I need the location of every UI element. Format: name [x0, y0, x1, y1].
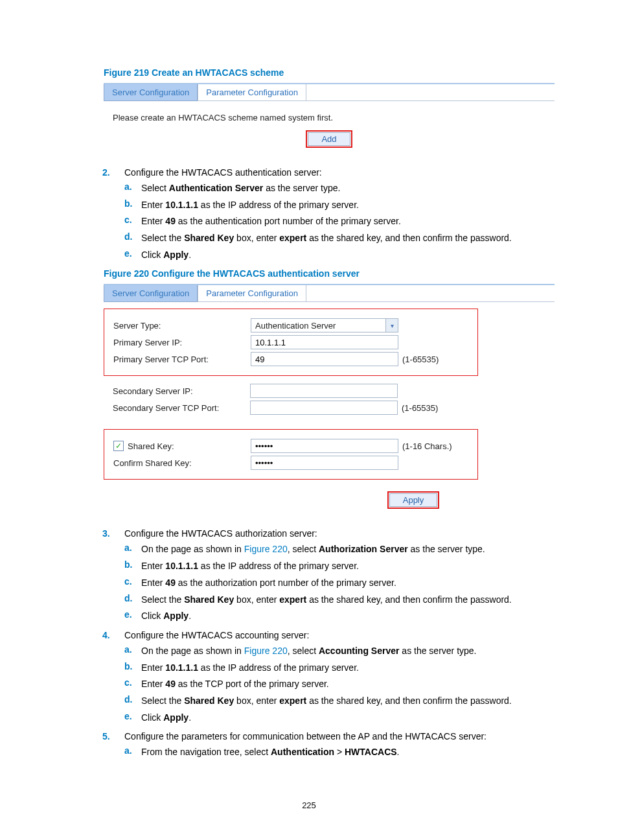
- hint-key: (1-16 Chars.): [402, 441, 452, 451]
- step-4e: Click Apply.: [141, 711, 555, 725]
- fig220-tabs: Server Configuration Parameter Configura…: [104, 284, 555, 302]
- step-3-num: 3.: [102, 528, 124, 539]
- step-3c-l: c.: [102, 576, 141, 590]
- hint-port: (1-65535): [402, 355, 439, 364]
- figure-220-link[interactable]: Figure 220: [244, 544, 288, 554]
- step-3d-l: d.: [102, 593, 141, 607]
- primary-server-group: Server Type: Authentication Server ▾ Pri…: [104, 309, 478, 376]
- apply-button[interactable]: Apply: [389, 493, 438, 507]
- server-type-select[interactable]: Authentication Server ▾: [251, 318, 398, 332]
- label-shared-key: Shared Key:: [128, 441, 174, 451]
- step-4a: On the page as shown in Figure 220, sele…: [141, 644, 555, 659]
- step-2a: Select Authentication Server as the serv…: [141, 181, 555, 196]
- label-server-type: Server Type:: [113, 321, 251, 331]
- step-2-num: 2.: [102, 167, 124, 178]
- secondary-port-input[interactable]: [250, 401, 398, 415]
- step-3c: Enter 49 as the authorization port numbe…: [141, 576, 555, 590]
- step-3e-l: e.: [102, 609, 141, 624]
- label-secondary-port: Secondary Server TCP Port:: [113, 403, 250, 413]
- figure-220-link[interactable]: Figure 220: [244, 646, 288, 656]
- tab-spacer: [306, 285, 555, 302]
- step-2d: Select the Shared Key box, enter expert …: [141, 231, 555, 246]
- step-3d: Select the Shared Key box, enter expert …: [141, 593, 555, 607]
- step-3e: Click Apply.: [141, 609, 555, 624]
- step-2-text: Configure the HWTACACS authentication se…: [124, 167, 555, 178]
- primary-ip-input[interactable]: [251, 335, 398, 349]
- step-2e-l: e.: [102, 248, 141, 262]
- label-confirm-key: Confirm Shared Key:: [113, 458, 251, 468]
- step-2e: Click Apply.: [141, 248, 555, 262]
- step-5a-l: a.: [102, 745, 141, 760]
- shared-key-group: ✓ Shared Key: (1-16 Chars.) Confirm Shar…: [104, 429, 478, 480]
- step-2b-l: b.: [102, 198, 141, 213]
- tab-parameter-configuration[interactable]: Parameter Configuration: [198, 84, 306, 101]
- step-2a-l: a.: [102, 181, 141, 196]
- step-4b-l: b.: [102, 661, 141, 675]
- step-5-num: 5.: [102, 731, 124, 741]
- step-3a-l: a.: [102, 542, 141, 557]
- step-2c: Enter 49 as the authentication port numb…: [141, 215, 555, 229]
- shared-key-checkbox[interactable]: ✓: [113, 441, 124, 451]
- label-secondary-ip: Secondary Server IP:: [113, 386, 250, 396]
- confirm-key-input[interactable]: [251, 456, 398, 470]
- step-3b-l: b.: [102, 559, 141, 574]
- hint-port: (1-65535): [402, 403, 438, 413]
- add-button[interactable]: Add: [308, 132, 350, 146]
- step-2d-l: d.: [102, 231, 141, 246]
- chevron-down-icon: ▾: [385, 319, 398, 332]
- step-5-text: Configure the parameters for communicati…: [124, 731, 555, 741]
- step-5a: From the navigation tree, select Authent…: [141, 745, 555, 760]
- step-4e-l: e.: [102, 711, 141, 725]
- fig219-tabs: Server Configuration Parameter Configura…: [104, 83, 555, 101]
- step-4a-l: a.: [102, 644, 141, 659]
- figure-219-caption: Figure 219 Create an HWTACACS scheme: [104, 67, 555, 78]
- label-primary-port: Primary Server TCP Port:: [113, 355, 251, 364]
- step-4-num: 4.: [102, 630, 124, 640]
- add-button-highlight: Add: [306, 130, 352, 148]
- fig219-message: Please create an HWTACACS scheme named s…: [104, 101, 555, 128]
- step-4-text: Configure the HWTACACS accounting server…: [124, 630, 555, 640]
- step-4d-l: d.: [102, 694, 141, 708]
- step-3b: Enter 10.1.1.1 as the IP address of the …: [141, 559, 555, 574]
- shared-key-input[interactable]: [251, 439, 398, 453]
- step-3a: On the page as shown in Figure 220, sele…: [141, 542, 555, 557]
- step-4c-l: c.: [102, 677, 141, 692]
- primary-port-input[interactable]: [251, 352, 398, 366]
- secondary-ip-input[interactable]: [250, 384, 398, 398]
- step-4c: Enter 49 as the TCP port of the primary …: [141, 677, 555, 692]
- step-3-text: Configure the HWTACACS authorization ser…: [124, 528, 555, 539]
- figure-220-caption: Figure 220 Configure the HWTACACS authen…: [104, 268, 555, 279]
- tab-server-configuration[interactable]: Server Configuration: [104, 84, 198, 101]
- step-4d: Select the Shared Key box, enter expert …: [141, 694, 555, 708]
- apply-button-highlight: Apply: [387, 491, 440, 509]
- step-2b: Enter 10.1.1.1 as the IP address of the …: [141, 198, 555, 213]
- tab-server-configuration[interactable]: Server Configuration: [104, 285, 198, 302]
- label-primary-ip: Primary Server IP:: [113, 338, 251, 347]
- tab-parameter-configuration[interactable]: Parameter Configuration: [198, 285, 306, 302]
- step-4b: Enter 10.1.1.1 as the IP address of the …: [141, 661, 555, 675]
- tab-spacer: [306, 84, 555, 101]
- page-number: 225: [0, 800, 618, 810]
- step-2c-l: c.: [102, 215, 141, 229]
